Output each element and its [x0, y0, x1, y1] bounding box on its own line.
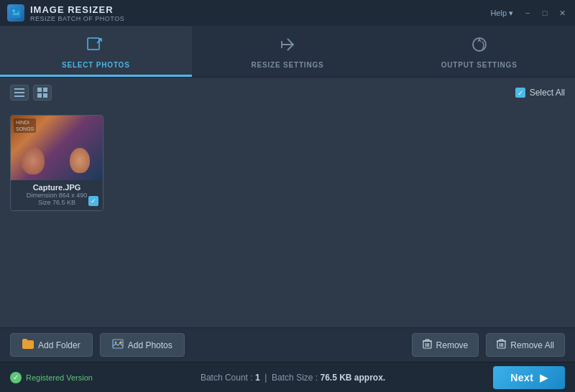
registered-badge: ✓ Registered Version: [10, 372, 93, 383]
title-bar-text: IMAGE RESIZER RESIZE BATCH OF PHOTOS: [30, 4, 124, 22]
batch-count-label: Batch Count :: [201, 373, 253, 383]
remove-label: Remove: [436, 340, 469, 350]
tab-select-photos[interactable]: SELECT PHOTOS: [0, 26, 192, 77]
svg-point-13: [114, 342, 116, 344]
batch-size-label: Batch Size :: [272, 373, 318, 383]
tab-bar: SELECT PHOTOS RESIZE SETTINGS OUTPUT SET…: [0, 26, 575, 78]
add-folder-label: Add Folder: [38, 340, 80, 350]
batch-size-value: 76.5 KB approx.: [320, 373, 385, 383]
minimize-button[interactable]: −: [522, 7, 533, 19]
help-button[interactable]: Help ▾: [490, 9, 513, 18]
select-all-label: Select All: [530, 88, 565, 98]
bottom-bar: Add Folder Add Photos: [0, 327, 575, 362]
next-arrow-icon: ▶: [540, 372, 548, 383]
svg-rect-7: [14, 95, 24, 97]
remove-all-icon: [497, 339, 506, 351]
window-controls: − □ ✕: [522, 7, 568, 19]
svg-rect-2: [88, 38, 99, 50]
grid-view-button[interactable]: [33, 85, 52, 101]
list-item[interactable]: HINDISONGS Capture.JPG Dimension 864 x 4…: [10, 115, 104, 211]
photo-name: Capture.JPG: [15, 183, 98, 192]
list-view-button[interactable]: [10, 85, 29, 101]
title-bar-left: IMAGE RESIZER RESIZE BATCH OF PHOTOS: [7, 4, 124, 22]
svg-rect-6: [14, 92, 24, 93]
next-button[interactable]: Next ▶: [493, 366, 565, 389]
resize-settings-icon: [277, 34, 298, 58]
photo-size: Size 76.5 KB: [15, 199, 98, 206]
batch-info: Batch Count : 1 | Batch Size : 76.5 KB a…: [93, 373, 493, 383]
svg-rect-10: [37, 93, 42, 98]
svg-rect-5: [14, 88, 24, 90]
add-photos-button[interactable]: Add Photos: [100, 333, 185, 357]
tab-output-settings-label: OUTPUT SETTINGS: [441, 61, 518, 69]
toolbar: ✓ Select All: [0, 78, 575, 108]
next-label: Next: [510, 372, 533, 383]
tab-resize-settings-label: RESIZE SETTINGS: [252, 61, 324, 69]
remove-icon: [423, 339, 432, 351]
svg-rect-0: [11, 8, 21, 18]
close-button[interactable]: ✕: [556, 7, 568, 19]
add-folder-button[interactable]: Add Folder: [10, 333, 93, 357]
status-bar: ✓ Registered Version Batch Count : 1 | B…: [0, 362, 575, 392]
remove-button[interactable]: Remove: [412, 333, 479, 357]
batch-count-value: 1: [255, 373, 260, 383]
view-toggles: [10, 85, 52, 101]
tab-resize-settings[interactable]: RESIZE SETTINGS: [192, 26, 384, 77]
svg-rect-11: [43, 93, 47, 98]
app-subtitle: RESIZE BATCH OF PHOTOS: [30, 15, 124, 22]
select-photos-icon: [86, 34, 106, 58]
select-all-area[interactable]: ✓ Select All: [515, 88, 565, 98]
registered-icon: ✓: [10, 372, 22, 383]
maximize-button[interactable]: □: [539, 7, 551, 19]
output-settings-icon: [469, 34, 489, 58]
remove-all-button[interactable]: Remove All: [486, 333, 565, 357]
folder-icon: [22, 339, 34, 351]
svg-rect-12: [113, 340, 123, 348]
photo-info: Capture.JPG Dimension 864 x 490 Size 76.…: [11, 180, 103, 210]
registered-label: Registered Version: [26, 373, 93, 382]
svg-rect-9: [43, 88, 47, 92]
svg-point-1: [12, 9, 15, 12]
app-title: IMAGE RESIZER: [30, 4, 124, 15]
add-photos-label: Add Photos: [128, 340, 172, 350]
photo-checkbox[interactable]: ✓: [88, 196, 98, 206]
svg-rect-8: [37, 88, 42, 92]
add-photos-icon: [112, 339, 124, 351]
app-icon: [7, 4, 24, 22]
select-all-checkbox[interactable]: ✓: [515, 88, 525, 98]
remove-all-label: Remove All: [510, 340, 554, 350]
tab-output-settings[interactable]: OUTPUT SETTINGS: [383, 26, 575, 77]
tab-select-photos-label: SELECT PHOTOS: [62, 61, 130, 69]
photo-grid: HINDISONGS Capture.JPG Dimension 864 x 4…: [0, 108, 575, 327]
title-bar-right: Help ▾ − □ ✕: [490, 7, 568, 19]
thumb-overlay: HINDISONGS: [14, 118, 36, 133]
photo-dimension: Dimension 864 x 490: [15, 192, 98, 199]
photo-thumbnail: HINDISONGS: [11, 116, 104, 180]
title-bar: IMAGE RESIZER RESIZE BATCH OF PHOTOS Hel…: [0, 0, 575, 26]
